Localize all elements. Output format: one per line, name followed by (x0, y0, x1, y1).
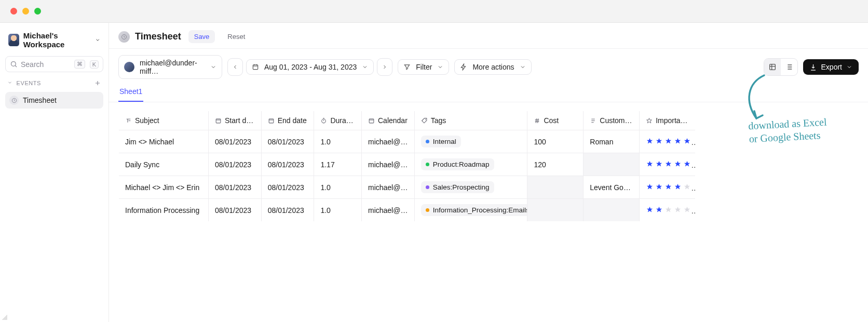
cell-tags[interactable]: Internal (414, 130, 527, 153)
cell-end[interactable]: 08/01/2023 (261, 199, 314, 222)
star-icon[interactable] (655, 183, 663, 192)
export-button[interactable]: Export (803, 59, 859, 75)
tag-chip[interactable]: Information_Processing:Emails (421, 204, 527, 216)
table-row[interactable]: Michael <> Jim <> Erin08/01/202308/01/20… (119, 176, 696, 199)
tag-chip[interactable]: Internal (421, 136, 461, 147)
table-row[interactable]: Daily Sync08/01/202308/01/20231.17michae… (119, 153, 696, 176)
cell-tags[interactable]: Information_Processing:Emails (414, 199, 527, 222)
col-end[interactable]: End date (261, 111, 314, 130)
cell-cost[interactable]: 120 (527, 153, 584, 176)
star-icon[interactable] (683, 137, 691, 146)
date-range-picker[interactable]: Aug 01, 2023 - Aug 31, 2023 (246, 59, 374, 75)
cell-importance[interactable] (640, 199, 696, 222)
cell-calendar[interactable]: michael@du… (361, 199, 414, 222)
star-icon[interactable] (674, 137, 682, 146)
cell-duration[interactable]: 1.0 (314, 176, 362, 199)
star-icon[interactable] (646, 183, 654, 192)
col-calendar[interactable]: Calendar (361, 111, 414, 130)
tag-chip[interactable]: Product:Roadmap (421, 158, 494, 170)
section-label: EVENTS (17, 80, 41, 86)
star-icon[interactable] (683, 206, 691, 215)
cell-importance[interactable] (640, 176, 696, 199)
col-customer[interactable]: Customer… (584, 111, 640, 130)
next-period-button[interactable] (377, 58, 392, 76)
table-row[interactable]: Jim <> Michael08/01/202308/01/20231.0mic… (119, 130, 696, 153)
filter-button[interactable]: Filter (398, 59, 449, 75)
cell-calendar[interactable]: michael@du… (361, 176, 414, 199)
star-icon[interactable] (664, 183, 672, 192)
star-icon[interactable] (655, 206, 663, 215)
plus-icon[interactable] (94, 79, 101, 87)
star-icon[interactable] (646, 137, 654, 146)
cell-tags[interactable]: Sales:Prospecting (414, 176, 527, 199)
cell-cost[interactable] (527, 176, 584, 199)
sidebar-item-timesheet[interactable]: Timesheet (5, 92, 103, 109)
col-subject[interactable]: Subject (119, 111, 209, 130)
window-titlebar (0, 0, 868, 23)
star-icon[interactable] (674, 160, 682, 169)
table-row[interactable]: Information Processing08/01/202308/01/20… (119, 199, 696, 222)
window-minimize-icon[interactable] (22, 8, 29, 15)
star-icon[interactable] (674, 206, 682, 215)
view-list-button[interactable] (781, 59, 797, 75)
cell-customer[interactable]: Roman (584, 130, 640, 153)
cell-start[interactable]: 08/01/2023 (208, 130, 261, 153)
reset-button[interactable]: Reset (222, 30, 250, 43)
cell-duration[interactable]: 1.0 (314, 199, 362, 222)
star-icon[interactable] (664, 160, 672, 169)
cell-start[interactable]: 08/01/2023 (208, 153, 261, 176)
cell-duration[interactable]: 1.17 (314, 153, 362, 176)
star-icon[interactable] (664, 206, 672, 215)
cell-cost[interactable]: 100 (527, 130, 584, 153)
cell-start[interactable]: 08/01/2023 (208, 176, 261, 199)
cell-subject[interactable]: Jim <> Michael (119, 130, 209, 153)
cell-duration[interactable]: 1.0 (314, 130, 362, 153)
prev-period-button[interactable] (227, 58, 243, 76)
cell-calendar[interactable]: michael@du… (361, 153, 414, 176)
cell-importance[interactable] (640, 130, 696, 153)
star-icon[interactable] (655, 160, 663, 169)
cell-start[interactable]: 08/01/2023 (208, 199, 261, 222)
tag-dot-icon (426, 163, 429, 166)
cell-subject[interactable]: Daily Sync (119, 153, 209, 176)
window-close-icon[interactable] (10, 8, 17, 15)
save-button[interactable]: Save (188, 30, 215, 43)
view-table-button[interactable] (764, 59, 781, 75)
cell-customer[interactable]: Levent Goebel (584, 176, 640, 199)
col-tags[interactable]: Tags (414, 111, 527, 130)
star-icon[interactable] (683, 183, 691, 192)
col-start[interactable]: Start date (208, 111, 261, 130)
cell-customer[interactable] (584, 199, 640, 222)
cell-customer[interactable] (584, 153, 640, 176)
cell-end[interactable]: 08/01/2023 (261, 130, 314, 153)
calendar-icon (252, 63, 259, 71)
workspace-switcher[interactable]: Michael's Workspace (5, 29, 103, 51)
star-icon[interactable] (664, 137, 672, 146)
sidebar-section-events[interactable]: EVENTS (5, 77, 103, 87)
cell-calendar[interactable]: michael@du… (361, 130, 414, 153)
cell-end[interactable]: 08/01/2023 (261, 176, 314, 199)
col-cost[interactable]: Cost (527, 111, 584, 130)
tag-icon (421, 117, 428, 124)
col-duration[interactable]: Duration (314, 111, 362, 130)
star-icon[interactable] (674, 183, 682, 192)
search-input[interactable]: Search ⌘ K (5, 56, 103, 72)
cell-cost[interactable] (527, 199, 584, 222)
star-icon[interactable] (646, 206, 654, 215)
hash-icon (534, 117, 540, 124)
col-importance[interactable]: Importance (640, 111, 696, 130)
page-header: Timesheet Save Reset (109, 23, 868, 49)
cell-end[interactable]: 08/01/2023 (261, 153, 314, 176)
tag-chip[interactable]: Sales:Prospecting (421, 181, 494, 193)
account-picker[interactable]: michael@dunder-miff… (118, 55, 222, 79)
window-zoom-icon[interactable] (34, 8, 41, 15)
cell-tags[interactable]: Product:Roadmap (414, 153, 527, 176)
star-icon[interactable] (655, 137, 663, 146)
cell-subject[interactable]: Information Processing (119, 199, 209, 222)
star-icon[interactable] (683, 160, 691, 169)
star-icon[interactable] (646, 160, 654, 169)
cell-importance[interactable] (640, 153, 696, 176)
more-actions-button[interactable]: More actions (454, 59, 531, 75)
cell-subject[interactable]: Michael <> Jim <> Erin (119, 176, 209, 199)
tab-sheet1[interactable]: Sheet1 (118, 84, 143, 102)
